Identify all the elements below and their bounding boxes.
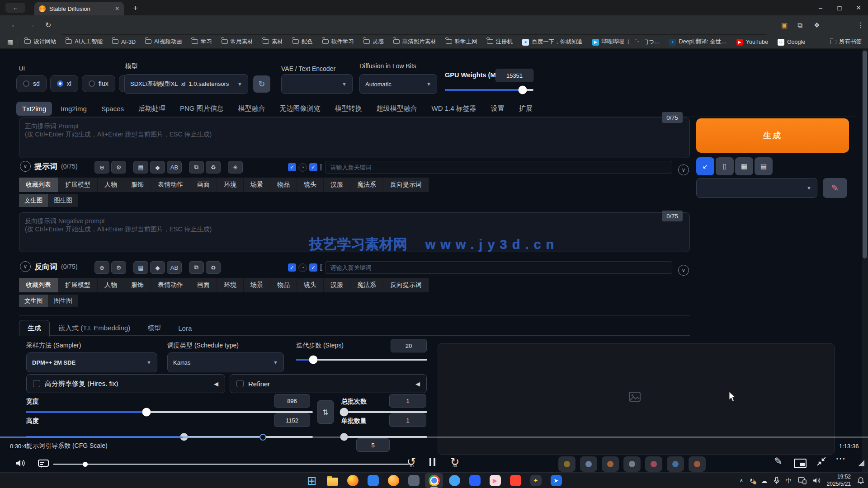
- schedule-select[interactable]: Karras ▼: [167, 352, 284, 372]
- player-shortcut[interactable]: [602, 456, 619, 472]
- bookmark-item[interactable]: AI视频动画: [145, 38, 182, 46]
- collapse-chevron-icon[interactable]: ∨: [20, 161, 31, 172]
- tray-chevron-icon[interactable]: ∧: [740, 478, 743, 483]
- browser-tab[interactable]: Stable Diffusion ✕: [34, 2, 124, 15]
- collapse-icon[interactable]: [816, 456, 826, 466]
- main-tab[interactable]: WD 1.4 标签器: [426, 101, 482, 116]
- expand-chevron-icon[interactable]: ∨: [678, 265, 689, 276]
- category-tab[interactable]: 环境: [217, 278, 244, 292]
- refiner-accordion[interactable]: Refiner ◀: [230, 374, 427, 393]
- gear-icon[interactable]: ⚙: [111, 261, 126, 274]
- sampler-select[interactable]: DPM++ 2M SDE ▼: [26, 352, 157, 372]
- gear-icon[interactable]: ⚙: [111, 161, 126, 174]
- clipboard-button[interactable]: ▯: [716, 157, 734, 175]
- category-tab[interactable]: 画面: [190, 278, 217, 292]
- generate-button[interactable]: 生成: [696, 118, 849, 153]
- bookmark-icon[interactable]: ◆: [150, 261, 165, 274]
- checkbox-checked-icon[interactable]: ✓: [309, 163, 317, 171]
- subtab[interactable]: 图生图: [49, 295, 79, 307]
- main-tab[interactable]: 设置: [485, 101, 510, 116]
- swap-dimensions-button[interactable]: ⇅: [317, 400, 334, 424]
- main-tab[interactable]: PNG 图片信息: [174, 101, 230, 116]
- extension-icon[interactable]: ▣: [781, 21, 788, 29]
- category-tab[interactable]: 服饰: [124, 278, 151, 292]
- browser-menu-icon[interactable]: ⋮: [857, 21, 864, 29]
- steps-slider[interactable]: [296, 359, 427, 361]
- app-grey[interactable]: [405, 473, 423, 488]
- collapse-triangle-icon[interactable]: ◀: [214, 380, 218, 387]
- category-tab[interactable]: 扩展模型: [58, 278, 98, 292]
- scrollbar-track[interactable]: [862, 49, 868, 472]
- width-slider[interactable]: [26, 411, 313, 413]
- ui-mode-radio[interactable]: xl: [50, 75, 78, 92]
- category-tab[interactable]: 反向提示词: [383, 278, 429, 292]
- subtab[interactable]: 文生图: [19, 194, 49, 207]
- player-shortcut[interactable]: [689, 456, 706, 472]
- main-tab[interactable]: 后期处理: [132, 101, 171, 116]
- category-tab[interactable]: 魔法系: [350, 278, 383, 292]
- firefox[interactable]: [344, 473, 362, 488]
- reload-icon[interactable]: ↻: [42, 20, 54, 30]
- window-close-button[interactable]: ✕: [849, 1, 868, 14]
- forward-30-icon[interactable]: ↻30: [450, 455, 459, 468]
- pause-icon[interactable]: [429, 458, 435, 466]
- category-tab[interactable]: 收藏列表: [19, 178, 58, 192]
- bookmark-item[interactable]: 注册机: [487, 38, 513, 46]
- volume-icon[interactable]: [15, 458, 26, 468]
- player-shortcut[interactable]: [558, 456, 576, 472]
- app-lightblue[interactable]: [445, 473, 463, 488]
- main-tab[interactable]: Img2img: [55, 102, 93, 116]
- ime-indicator[interactable]: 中: [786, 477, 792, 485]
- collapse-triangle-icon[interactable]: ◀: [415, 380, 420, 387]
- globe-icon[interactable]: ⊕: [94, 161, 109, 174]
- category-tab[interactable]: 物品: [270, 178, 297, 192]
- main-tab[interactable]: 无边图像浏览: [274, 101, 326, 116]
- tab-close-icon[interactable]: ✕: [115, 5, 119, 12]
- gpu-weights-slider[interactable]: [445, 89, 533, 91]
- generation-tab[interactable]: 嵌入式 (T.I. Embedding): [50, 320, 139, 337]
- pip-icon[interactable]: [794, 459, 807, 468]
- style-select[interactable]: ▼: [696, 178, 817, 198]
- onedrive-cloud-icon[interactable]: ☁: [761, 477, 768, 484]
- app-orange[interactable]: [384, 473, 402, 488]
- category-tab[interactable]: 人物: [98, 178, 124, 192]
- category-tab[interactable]: 场景: [244, 278, 270, 292]
- expand-chevron-icon[interactable]: ∨: [678, 164, 689, 175]
- category-tab[interactable]: 服饰: [124, 178, 151, 192]
- apps-grid-icon[interactable]: ▦: [7, 38, 13, 46]
- app-red[interactable]: [506, 473, 524, 488]
- notification-bell-icon[interactable]: [857, 477, 864, 484]
- model-select[interactable]: SDXL\基础模型XL_xl_1.0.safetensors ▼: [124, 74, 248, 94]
- category-tab[interactable]: 镜头: [297, 178, 324, 192]
- microphone-icon[interactable]: [774, 477, 779, 484]
- style-brush-button[interactable]: ✎: [823, 178, 847, 198]
- checkbox-checked-icon[interactable]: ✓: [309, 263, 317, 272]
- main-tab[interactable]: 超级模型融合: [371, 101, 423, 116]
- category-tab[interactable]: 收藏列表: [19, 278, 58, 292]
- window-maximize-button[interactable]: ◻: [830, 1, 849, 14]
- bookmark-item[interactable]: 设计网站: [24, 38, 56, 46]
- more-options-icon[interactable]: ⋯: [835, 453, 846, 465]
- globe-icon[interactable]: ⊕: [94, 261, 109, 274]
- bookmark-item[interactable]: AI人工智能: [66, 38, 103, 46]
- trash-icon[interactable]: ♻: [206, 261, 221, 274]
- ai-icon[interactable]: ✳: [228, 161, 243, 174]
- collapse-chevron-icon[interactable]: ∨: [20, 261, 31, 272]
- sync-icon[interactable]: ↻: [750, 477, 755, 484]
- app-deepblue[interactable]: [466, 473, 484, 488]
- bookmark-item[interactable]: 配色: [292, 38, 313, 46]
- all-bookmarks-button[interactable]: 所有书签: [830, 38, 862, 46]
- hires-fix-accordion[interactable]: 高分辨率修复 (Hires. fix) ◀: [26, 374, 225, 393]
- bookmark-item[interactable]: › DeepL翻译: 全世…: [669, 38, 726, 46]
- height-input[interactable]: 1152: [274, 413, 310, 427]
- cfg-input[interactable]: 5: [356, 438, 390, 452]
- taskbar-clock[interactable]: 19:52 2025/5/21: [827, 474, 851, 488]
- main-tab[interactable]: 模型融合: [232, 101, 271, 116]
- back-icon[interactable]: ←: [8, 20, 21, 29]
- bookmark-item[interactable]: 灵感: [363, 38, 384, 46]
- category-tab[interactable]: 环境: [217, 178, 244, 192]
- tabs-group-icon[interactable]: ⧉: [797, 21, 802, 29]
- vae-select[interactable]: ▼: [281, 74, 353, 94]
- generation-tab[interactable]: Lora: [170, 320, 200, 336]
- subtab[interactable]: 文生图: [19, 295, 49, 307]
